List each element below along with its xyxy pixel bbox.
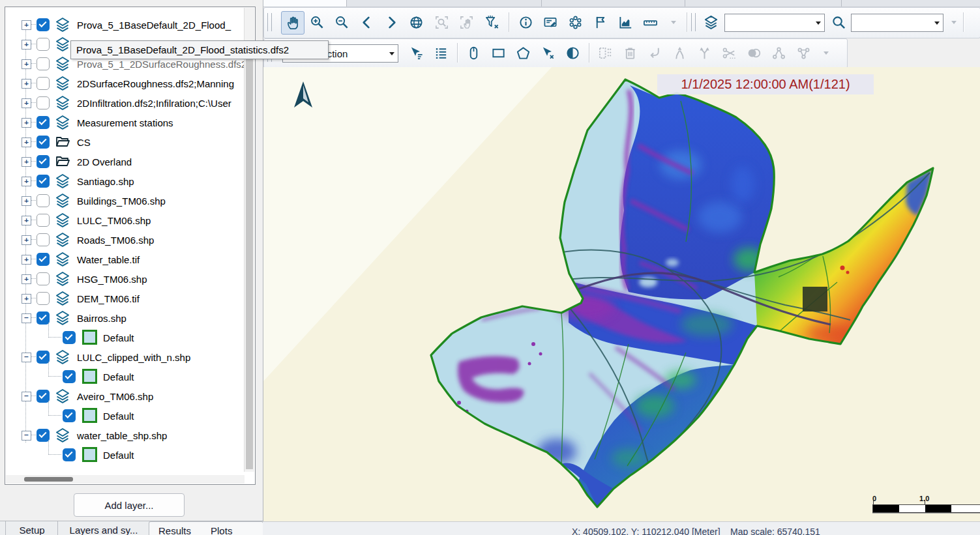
layer-row[interactable]: Prova_5_1BaseDefault_2D_Flood_	[5, 15, 239, 35]
symbology-label[interactable]: Default	[103, 371, 134, 383]
layer-checkbox[interactable]	[37, 311, 50, 325]
add-layer-button[interactable]: Add layer...	[74, 493, 185, 517]
layer-checkbox[interactable]	[37, 233, 50, 246]
top-tab-sliver[interactable]	[346, 0, 542, 7]
layer-checkbox[interactable]	[37, 116, 50, 129]
scrollbar-thumb[interactable]	[246, 59, 253, 469]
reshape-button[interactable]	[644, 42, 666, 64]
selected-cell-marker[interactable]	[803, 287, 827, 311]
color-swatch[interactable]	[82, 369, 97, 384]
merge-features-button[interactable]	[668, 42, 690, 64]
layer-label[interactable]: Measurement stations	[77, 117, 173, 128]
symbology-label[interactable]: Default	[103, 332, 134, 343]
layer-row[interactable]: 2D Overland	[5, 152, 239, 171]
cut-feature-button[interactable]	[718, 42, 740, 64]
layer-row[interactable]: Roads_TM06.shp	[5, 230, 239, 250]
layer-label[interactable]: DEM_TM06.tif	[77, 293, 140, 304]
color-swatch[interactable]	[82, 330, 97, 345]
layer-checkbox[interactable]	[37, 57, 50, 70]
layer-label[interactable]: LULC_TM06.shp	[77, 215, 151, 226]
layer-row[interactable]: 2DInfiltration.dfs2;Infilration;C:\User	[5, 93, 239, 113]
layer-checkbox[interactable]	[37, 136, 50, 149]
expand-icon[interactable]	[22, 118, 31, 128]
layer-checkbox[interactable]	[37, 253, 50, 266]
layer-row[interactable]: Measurement stations	[5, 113, 239, 132]
layer-row[interactable]: LULC_clipped_with_n.shp	[5, 347, 239, 367]
layer-checkbox[interactable]	[37, 96, 50, 109]
chart-tool-button[interactable]	[614, 11, 636, 33]
expand-icon[interactable]	[22, 196, 31, 206]
expand-icon[interactable]	[22, 216, 31, 225]
collapse-icon[interactable]	[22, 431, 31, 441]
toolbar-more-right-button[interactable]	[947, 14, 960, 30]
layer-checkbox[interactable]	[37, 155, 50, 168]
next-extent-button[interactable]	[380, 11, 402, 33]
zoom-in-button[interactable]	[306, 11, 328, 33]
horizontal-scrollbar[interactable]	[6, 475, 245, 484]
layer-combobox[interactable]	[724, 14, 825, 32]
symbology-checkbox[interactable]	[63, 370, 76, 383]
color-swatch[interactable]	[82, 408, 97, 423]
layer-row[interactable]: Santiago.shp	[5, 171, 239, 191]
layer-row[interactable]: DEM_TM06.tif	[5, 289, 239, 308]
pan-to-selection-button[interactable]	[455, 11, 477, 33]
layer-label[interactable]: Buildings_TM06.shp	[77, 195, 166, 207]
tab-results[interactable]: Results	[158, 525, 191, 535]
symbology-row[interactable]: Default	[5, 328, 239, 347]
zoom-out-button[interactable]	[331, 11, 353, 33]
layer-checkbox[interactable]	[37, 272, 50, 285]
scrollbar-thumb[interactable]	[24, 477, 73, 482]
expand-icon[interactable]	[22, 137, 31, 147]
symbology-label[interactable]: Default	[103, 411, 134, 422]
tab-layers-and-symbology[interactable]: Layers and sy...	[57, 521, 149, 535]
topology-network-button[interactable]	[792, 42, 814, 64]
expand-icon[interactable]	[22, 157, 31, 167]
layer-label[interactable]: Santiago.shp	[77, 176, 134, 187]
layer-label[interactable]: 2D Overland	[77, 156, 132, 167]
split-feature-button[interactable]	[693, 42, 715, 64]
layer-row[interactable]: Aveiro_TM06.shp	[5, 386, 239, 406]
layer-row[interactable]: Buildings_TM06.shp	[5, 191, 239, 210]
invert-selection-button[interactable]	[561, 42, 584, 64]
toolbar-drag-handle[interactable]	[691, 13, 696, 31]
search-button[interactable]	[827, 11, 850, 33]
layer-label[interactable]: LULC_clipped_with_n.shp	[77, 352, 190, 363]
flag-tool-button[interactable]	[589, 11, 611, 33]
selection-list-button[interactable]	[430, 42, 452, 64]
layer-label[interactable]: Aveiro_TM06.shp	[77, 391, 153, 402]
clear-highlight-button[interactable]	[481, 11, 503, 33]
measure-tool-button[interactable]	[639, 11, 661, 33]
select-by-rectangle-button[interactable]	[487, 42, 509, 64]
editing-more-button[interactable]	[820, 45, 833, 61]
collapse-icon[interactable]	[22, 392, 31, 401]
layer-checkbox[interactable]	[37, 175, 50, 188]
top-tab-sliver[interactable]	[541, 0, 685, 7]
layer-row[interactable]: HSG_TM06.shp	[5, 269, 239, 289]
symbology-label[interactable]: Default	[103, 450, 134, 461]
intersect-features-button[interactable]	[743, 42, 765, 64]
layer-label[interactable]: CS	[77, 137, 91, 148]
layer-checkbox[interactable]	[37, 194, 50, 207]
zoom-to-selection-button[interactable]	[430, 11, 453, 33]
expand-icon[interactable]	[22, 294, 31, 304]
layer-row[interactable]: Bairros.shp	[5, 308, 239, 328]
layer-label[interactable]: Prova_5_1_2DSurfaceRoughness.dfs2	[77, 59, 246, 70]
expand-icon[interactable]	[22, 20, 31, 30]
layer-label[interactable]: Bairros.shp	[77, 313, 126, 324]
layer-label[interactable]: Water_table.tif	[77, 254, 140, 265]
symbology-checkbox[interactable]	[63, 409, 76, 422]
hub-tools-button[interactable]	[564, 11, 586, 33]
layer-row[interactable]: Water_table.tif	[5, 250, 239, 269]
layer-label[interactable]: Prova_5_1BaseDefault_2D_Flood_	[77, 20, 231, 31]
topology-edit-button[interactable]	[767, 42, 790, 64]
select-by-attributes-button[interactable]	[405, 42, 427, 64]
full-extent-button[interactable]	[405, 11, 427, 33]
symbology-row[interactable]: Default	[5, 406, 239, 426]
delete-feature-button[interactable]	[619, 42, 641, 64]
select-by-mouse-button[interactable]	[462, 42, 484, 64]
toolbar-drag-handle[interactable]	[267, 13, 272, 31]
expand-icon[interactable]	[22, 177, 31, 186]
layer-checkbox[interactable]	[37, 214, 50, 227]
symbology-checkbox[interactable]	[63, 448, 76, 461]
layer-row[interactable]: CS	[5, 132, 239, 152]
